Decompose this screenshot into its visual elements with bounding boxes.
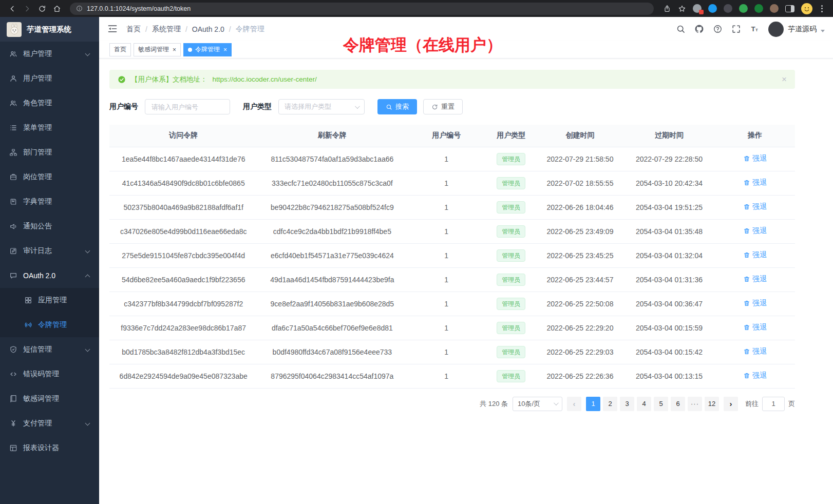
sidebar-item-16[interactable]: 支付管理 [0, 411, 99, 436]
pinned-extension-icon-5[interactable] [754, 4, 763, 13]
user-id-cell: 1 [407, 195, 486, 219]
force-logout-button[interactable]: 强退 [743, 299, 767, 308]
sidebar-item-4[interactable]: 菜单管理 [0, 115, 99, 140]
bookmark-star-icon[interactable] [675, 2, 689, 15]
sidebar-item-14[interactable]: 错误码管理 [0, 362, 99, 386]
pinned-extension-icon-2[interactable] [708, 4, 717, 13]
breadcrumb-item[interactable]: 首页 [126, 25, 141, 34]
column-header: 操作 [715, 125, 795, 147]
browser-home-button[interactable] [50, 2, 64, 15]
tag-令牌管理[interactable]: 令牌管理× [183, 43, 232, 56]
browser-menu-icon[interactable] [819, 3, 825, 14]
sidebar-item-10[interactable]: OAuth 2.0 [0, 263, 99, 288]
sidebar-item-11[interactable]: 应用管理 [0, 288, 99, 313]
pagination-page-1[interactable]: 1 [586, 397, 600, 411]
sidebar-item-8[interactable]: 通知公告 [0, 214, 99, 239]
pagination-page-2[interactable]: 2 [603, 397, 617, 411]
created-time-cell: 2022-06-25 23:45:25 [537, 243, 624, 267]
pagination-page-6[interactable]: 6 [671, 397, 685, 411]
user-type-select[interactable]: 请选择用户类型 [278, 99, 365, 114]
browser-back-button[interactable] [5, 2, 19, 15]
sidebar-fold-icon[interactable] [107, 24, 119, 35]
force-logout-icon [743, 227, 750, 235]
sidebar-item-3[interactable]: 角色管理 [0, 91, 99, 115]
expire-time-cell: 2022-07-29 22:28:50 [623, 147, 715, 171]
force-logout-button[interactable]: 强退 [743, 226, 767, 236]
sidebar-item-17[interactable]: 报表设计器 [0, 436, 99, 460]
force-logout-icon [743, 348, 750, 355]
doc-link[interactable]: https://doc.iocoder.cn/user-center/ [213, 75, 317, 83]
pagination-page-5[interactable]: 5 [654, 397, 668, 411]
force-logout-button[interactable]: 强退 [743, 202, 767, 211]
user-menu[interactable]: 芋道源码 [768, 22, 825, 37]
browser-reload-button[interactable] [35, 2, 49, 15]
user-type-badge: 管理员 [497, 177, 525, 189]
tag-首页[interactable]: 首页 [109, 43, 131, 56]
force-logout-button[interactable]: 强退 [743, 275, 767, 284]
refresh-token-cell: 49d1aa46d1454fbd87591444423be9fa [257, 267, 407, 292]
pinned-extension-icon-4[interactable] [739, 4, 748, 13]
access-token-cell: 275e5de9151045fe87cbdc395e004f4d [109, 243, 257, 267]
refresh-token-cell: b0df4980ffd34c67a08f9156e4eee733 [257, 340, 407, 364]
site-info-icon[interactable] [76, 5, 83, 12]
pagination-page-3[interactable]: 3 [620, 397, 634, 411]
force-logout-button[interactable]: 强退 [743, 323, 767, 332]
breadcrumb-item[interactable]: 系统管理 [152, 25, 181, 34]
app-grid-icon [24, 296, 32, 304]
page-size-select[interactable]: 10条/页 [513, 397, 562, 411]
sidebar-item-label: 部门管理 [23, 148, 52, 157]
sidebar-item-7[interactable]: 字典管理 [0, 189, 99, 214]
goto-page-input[interactable] [762, 397, 785, 411]
user-id-cell: 1 [407, 364, 486, 388]
sidebar-item-15[interactable]: 敏感词管理 [0, 386, 99, 411]
sidebar-item-2[interactable]: 用户管理 [0, 66, 99, 91]
browser-forward-button[interactable] [20, 2, 34, 15]
force-logout-icon [743, 203, 750, 210]
expire-time-cell: 2054-03-04 01:31:36 [623, 267, 715, 292]
search-button[interactable]: 搜索 [377, 99, 417, 114]
font-size-icon[interactable] [750, 24, 760, 34]
prev-page-button[interactable]: ‹ [567, 397, 581, 411]
alert-close-icon[interactable]: × [782, 75, 787, 84]
next-page-button[interactable]: › [724, 397, 738, 411]
force-logout-button[interactable]: 强退 [743, 371, 767, 380]
user-id-cell: 1 [407, 316, 486, 340]
column-header: 刷新令牌 [257, 125, 407, 147]
address-bar[interactable]: 127.0.0.1:1024/system/oauth2/token [70, 3, 654, 15]
force-logout-icon [743, 372, 750, 379]
share-icon[interactable] [660, 2, 674, 15]
pagination-page-4[interactable]: 4 [637, 397, 651, 411]
sidebar-item-6[interactable]: 岗位管理 [0, 165, 99, 189]
app-logo[interactable]: 芋道管理系统 [0, 17, 99, 42]
browser-profile-avatar[interactable] [801, 3, 812, 14]
sidebar-item-13[interactable]: 短信管理 [0, 337, 99, 362]
pagination-more-button[interactable]: ··· [688, 397, 702, 411]
breadcrumb-item[interactable]: OAuth 2.0 [192, 25, 224, 33]
sidebar-item-12[interactable]: 令牌管理 [0, 313, 99, 337]
sidebar-toggle-icon[interactable] [785, 5, 794, 12]
pagination-page-12[interactable]: 12 [705, 397, 719, 411]
extension-badge [699, 10, 704, 14]
pinned-extension-icon-3[interactable] [724, 4, 732, 13]
reset-button[interactable]: 重置 [423, 99, 463, 114]
sidebar-item-1[interactable]: 租户管理 [0, 42, 99, 66]
force-logout-button[interactable]: 强退 [743, 250, 767, 260]
breadcrumb-separator: / [145, 25, 147, 33]
github-icon[interactable] [694, 24, 704, 34]
created-time-cell: 2022-07-29 21:58:50 [537, 147, 624, 171]
force-logout-button[interactable]: 强退 [743, 154, 767, 163]
tag-敏感词管理[interactable]: 敏感词管理× [134, 43, 181, 56]
pinned-extension-icon-6[interactable] [770, 4, 779, 13]
sidebar-item-label: 用户管理 [23, 74, 52, 83]
tag-close-icon[interactable]: × [223, 47, 227, 53]
tag-close-icon[interactable]: × [173, 47, 176, 53]
fullscreen-icon[interactable] [731, 24, 741, 34]
sidebar-item-9[interactable]: 审计日志 [0, 239, 99, 263]
sidebar-item-5[interactable]: 部门管理 [0, 140, 99, 165]
pinned-extension-icon-1[interactable] [693, 4, 702, 13]
help-icon[interactable] [713, 24, 723, 34]
force-logout-button[interactable]: 强退 [743, 347, 767, 356]
force-logout-button[interactable]: 强退 [743, 178, 767, 187]
user-id-input[interactable] [145, 99, 230, 114]
search-icon[interactable] [676, 24, 686, 34]
